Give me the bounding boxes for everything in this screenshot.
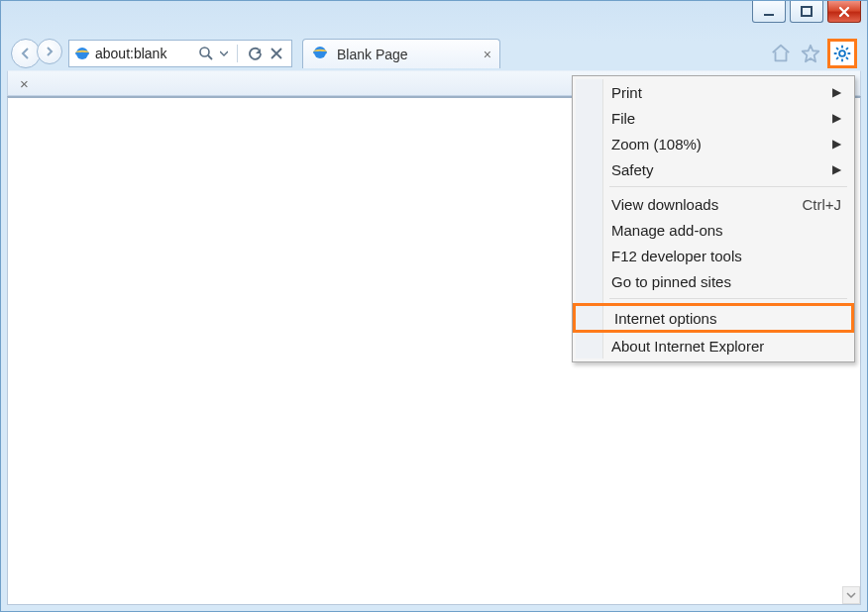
tab-title: Blank Page bbox=[337, 47, 408, 62]
menu-item-f12-devtools[interactable]: F12 developer tools bbox=[576, 243, 851, 268]
menu-item-label: Safety bbox=[611, 161, 654, 178]
menu-item-label: File bbox=[611, 110, 635, 127]
home-icon[interactable] bbox=[768, 41, 794, 66]
ie-window: about:blank bbox=[0, 0, 868, 612]
menu-item-internet-options[interactable]: Internet options bbox=[573, 303, 854, 333]
menu-item-about-ie[interactable]: About Internet Explorer bbox=[576, 333, 851, 358]
toolbar-right-icons bbox=[768, 39, 857, 68]
menu-separator bbox=[609, 186, 847, 187]
menu-item-label: Print bbox=[611, 84, 642, 101]
separator bbox=[237, 45, 238, 62]
ie-logo-icon bbox=[311, 44, 329, 64]
menu-item-file[interactable]: File ▶ bbox=[576, 105, 851, 131]
caption-buttons bbox=[752, 1, 861, 23]
favorites-icon[interactable] bbox=[798, 41, 823, 66]
svg-rect-0 bbox=[764, 14, 774, 16]
forward-button[interactable] bbox=[37, 39, 62, 64]
menu-item-print[interactable]: Print ▶ bbox=[576, 79, 851, 105]
ie-logo-icon bbox=[69, 45, 95, 62]
stop-icon[interactable] bbox=[268, 45, 285, 62]
menu-item-zoom[interactable]: Zoom (108%) ▶ bbox=[576, 131, 851, 156]
svg-rect-3 bbox=[75, 52, 89, 54]
address-bar-text: about:blank bbox=[95, 46, 191, 61]
refresh-icon[interactable] bbox=[246, 45, 264, 62]
close-button[interactable] bbox=[827, 1, 861, 23]
tab-close-icon[interactable]: × bbox=[484, 47, 491, 62]
svg-line-5 bbox=[208, 55, 212, 59]
address-bar[interactable]: about:blank bbox=[68, 40, 292, 67]
tools-icon[interactable] bbox=[827, 39, 857, 68]
svg-rect-7 bbox=[313, 51, 327, 53]
minimize-button[interactable] bbox=[752, 1, 786, 23]
menu-separator bbox=[609, 298, 847, 299]
toolbar: about:blank bbox=[11, 37, 857, 70]
menu-item-pinned-sites[interactable]: Go to pinned sites bbox=[576, 268, 851, 294]
menu-item-shortcut: Ctrl+J bbox=[802, 196, 841, 213]
scroll-down-icon[interactable] bbox=[842, 586, 860, 604]
menu-item-label: Manage add-ons bbox=[611, 222, 723, 239]
search-icon[interactable] bbox=[197, 45, 215, 62]
address-bar-tools bbox=[191, 45, 291, 62]
menu-item-label: About Internet Explorer bbox=[611, 338, 764, 355]
tab-blank-page[interactable]: Blank Page × bbox=[302, 39, 500, 68]
menu-item-label: Go to pinned sites bbox=[611, 273, 731, 290]
menu-item-label: Zoom (108%) bbox=[611, 136, 702, 153]
tools-menu: Print ▶ File ▶ Zoom (108%) ▶ Safety ▶ Vi… bbox=[572, 75, 855, 362]
subtab-close-icon[interactable]: × bbox=[20, 75, 29, 92]
maximize-button[interactable] bbox=[790, 1, 823, 23]
menu-item-label: View downloads bbox=[611, 196, 718, 213]
submenu-arrow-icon: ▶ bbox=[832, 137, 841, 151]
submenu-arrow-icon: ▶ bbox=[832, 162, 841, 176]
submenu-arrow-icon: ▶ bbox=[832, 111, 841, 125]
menu-item-label: F12 developer tools bbox=[611, 248, 742, 264]
menu-item-safety[interactable]: Safety ▶ bbox=[576, 156, 851, 182]
menu-item-view-downloads[interactable]: View downloads Ctrl+J bbox=[576, 191, 851, 217]
nav-buttons bbox=[11, 39, 62, 68]
submenu-arrow-icon: ▶ bbox=[832, 85, 841, 99]
svg-rect-1 bbox=[802, 7, 812, 16]
search-dropdown-icon[interactable] bbox=[219, 45, 229, 62]
menu-item-manage-addons[interactable]: Manage add-ons bbox=[576, 217, 851, 243]
svg-point-4 bbox=[200, 48, 209, 56]
svg-point-8 bbox=[839, 51, 845, 56]
menu-item-label: Internet options bbox=[614, 310, 716, 327]
